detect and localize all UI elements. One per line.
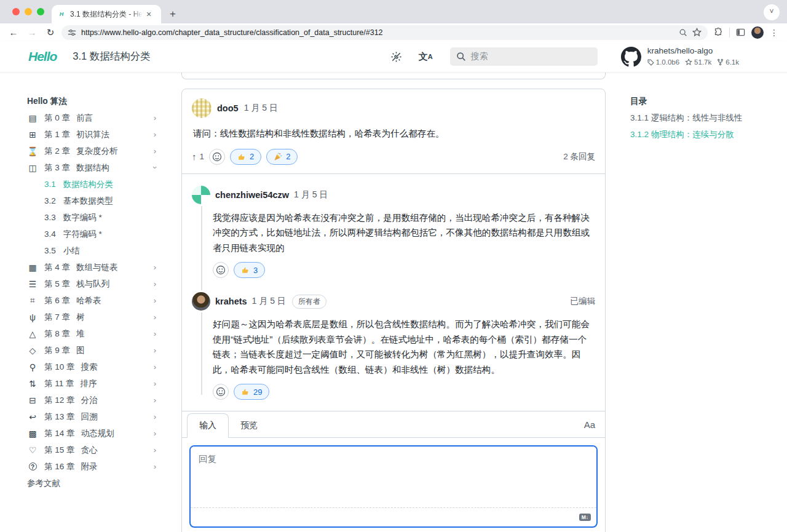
- toolbar-right: ⋮: [711, 26, 781, 39]
- site-settings-icon[interactable]: [68, 28, 76, 37]
- sidebar-item-chapter-13[interactable]: ↩ 第 13 章 回溯 ›: [27, 408, 156, 425]
- upvote-count: 1: [200, 152, 205, 161]
- sidebar-item-chapter-1[interactable]: ⊞ 第 1 章 初识算法 ›: [27, 126, 156, 143]
- sidebar-item-chapter-15[interactable]: ♡ 第 15 章 贪心 ›: [27, 442, 156, 458]
- avatar[interactable]: [192, 186, 210, 204]
- sidebar-item-3-5[interactable]: 3.5 小结: [27, 242, 156, 259]
- sidebar-item-chapter-3[interactable]: ◫ 第 3 章 数据结构 ›: [27, 159, 156, 176]
- reply-editor: M↓: [189, 445, 598, 528]
- repo-stars: 51.7k: [694, 58, 711, 66]
- chevron-right-icon: ›: [154, 130, 156, 139]
- sidebar-item-3-3[interactable]: 3.3 数字编码 *: [27, 209, 156, 226]
- sidebar-item-chapter-9[interactable]: ◇ 第 9 章 图 ›: [27, 342, 156, 359]
- hash-icon: ⌗: [27, 295, 38, 306]
- array-icon: ▦: [27, 263, 38, 272]
- text-format-button[interactable]: Aa: [584, 419, 595, 430]
- toc-item-3-1-2[interactable]: 3.1.2 物理结构：连续与分散: [630, 126, 775, 143]
- sidebar-item-chapter-11[interactable]: ⇅ 第 11 章 排序 ›: [27, 375, 156, 392]
- sidebar-item-3-4[interactable]: 3.4 字符编码 *: [27, 226, 156, 242]
- comment-author[interactable]: doo5: [217, 103, 239, 113]
- new-tab-button[interactable]: +: [170, 9, 176, 19]
- side-panel-icon[interactable]: [736, 28, 745, 37]
- calculator-icon: ⊞: [27, 130, 38, 140]
- graph-icon: ◇: [27, 346, 38, 355]
- sidebar-item-chapter-16[interactable]: ? 第 16 章 附录 ›: [27, 458, 156, 475]
- reaction-thumbs-up[interactable]: 3: [234, 262, 265, 278]
- comment-author[interactable]: krahets: [215, 296, 247, 306]
- address-bar[interactable]: https://www.hello-algo.com/chapter_data_…: [61, 25, 708, 40]
- chevron-right-icon: ›: [154, 379, 156, 388]
- reaction-thumbs-up[interactable]: 29: [234, 384, 269, 400]
- fork-icon: [717, 58, 724, 66]
- sidebar-site-title[interactable]: Hello 算法: [27, 93, 156, 109]
- avatar[interactable]: [192, 292, 210, 311]
- sidebar-item-chapter-4[interactable]: ▦ 第 4 章 数组与链表 ›: [27, 259, 156, 276]
- sidebar-item-chapter-14[interactable]: ▩ 第 14 章 动态规划 ›: [27, 425, 156, 442]
- site-logo[interactable]: Hello: [28, 49, 57, 64]
- language-switch-icon[interactable]: 文A: [419, 51, 433, 63]
- reload-button[interactable]: ↻: [43, 27, 58, 38]
- tab-write[interactable]: 输入: [187, 413, 229, 438]
- heart-icon: ♡: [27, 445, 38, 455]
- window-close-button[interactable]: [12, 8, 20, 15]
- repo-name: krahets/hello-algo: [647, 46, 739, 57]
- avatar[interactable]: [192, 98, 212, 118]
- sidebar-item-chapter-0[interactable]: ▤ 第 0 章 前言 ›: [27, 109, 156, 126]
- reply-textarea[interactable]: [191, 447, 596, 508]
- sidebar-item-chapter-8[interactable]: △ 第 8 章 堆 ›: [27, 325, 156, 342]
- tab-search-button[interactable]: ˅: [764, 4, 780, 20]
- bookmark-star-icon[interactable]: [692, 28, 702, 37]
- tab-close-icon[interactable]: ×: [146, 9, 151, 19]
- chevron-right-icon: ›: [154, 462, 156, 471]
- reply-comment: krahets 1 月 5 日 所有者 已编辑 好问题～这因为哈希表底层是数组，…: [182, 280, 605, 402]
- table-of-contents: 目录 3.1.1 逻辑结构：线性与非线性 3.1.2 物理结构：连续与分散: [630, 72, 787, 532]
- add-reaction-button[interactable]: [213, 262, 229, 278]
- tab-preview[interactable]: 预览: [229, 414, 269, 437]
- window-minimize-button[interactable]: [25, 8, 32, 15]
- sidebar-item-chapter-6[interactable]: ⌗ 第 6 章 哈希表 ›: [27, 292, 156, 309]
- heap-icon: △: [27, 329, 38, 339]
- profile-avatar[interactable]: [751, 26, 764, 39]
- search-input[interactable]: 搜索: [450, 47, 598, 66]
- chevron-right-icon: ›: [154, 429, 156, 438]
- add-reaction-button[interactable]: [209, 149, 225, 165]
- sidebar-item-references[interactable]: 参考文献: [27, 475, 156, 491]
- add-reaction-button[interactable]: [213, 384, 229, 400]
- tab-title: 3.1 数据结构分类 - Hello 算法: [70, 9, 143, 20]
- forward-button[interactable]: →: [25, 27, 39, 38]
- browser-toolbar: ← → ↻ https://www.hello-algo.com/chapter…: [0, 23, 787, 41]
- sidebar-item-chapter-10[interactable]: ⚲ 第 10 章 搜索 ›: [27, 359, 156, 375]
- markdown-icon[interactable]: M↓: [579, 514, 591, 522]
- window-zoom-button[interactable]: [37, 8, 44, 15]
- upvote-button[interactable]: ↑ 1: [192, 151, 204, 162]
- reaction-count: 2: [250, 152, 254, 161]
- sidebar-item-chapter-7[interactable]: ψ 第 7 章 树 ›: [27, 309, 156, 325]
- reaction-thumbs-up[interactable]: 2: [230, 149, 261, 165]
- site-header: Hello 3.1 数据结构分类 文A 搜索 krahets/hello-alg…: [0, 41, 787, 72]
- sidebar-item-3-1[interactable]: 3.1 数据结构分类: [27, 176, 156, 193]
- sidebar-item-chapter-12[interactable]: ⊟ 第 12 章 分治 ›: [27, 392, 156, 408]
- reply-comment: chenzhiwei54czw 1 月 5 日 我觉得应该是因为哈希表在没有冲突…: [182, 174, 605, 281]
- url-text[interactable]: https://www.hello-algo.com/chapter_data_…: [81, 28, 674, 37]
- browser-menu-icon[interactable]: ⋮: [770, 28, 778, 38]
- github-repo-link[interactable]: krahets/hello-algo 1.0.0b6 51.7k 6.1k: [621, 46, 739, 66]
- theme-toggle-icon[interactable]: [390, 51, 402, 63]
- book-icon: ▤: [27, 113, 38, 123]
- replies-count-label: 2 条回复: [563, 151, 595, 162]
- sidebar-item-3-2[interactable]: 3.2 基本数据类型: [27, 193, 156, 209]
- comment-thread-card: doo5 1 月 5 日 请问：线性数据结构和非线性数据结构，哈希表为什么都存在…: [181, 89, 606, 532]
- sidebar-item-chapter-2[interactable]: ⌛ 第 2 章 复杂度分析 ›: [27, 143, 156, 159]
- extensions-icon[interactable]: [714, 28, 723, 37]
- reaction-count: 2: [286, 152, 290, 161]
- zoom-page-icon[interactable]: [679, 28, 687, 37]
- browser-tab[interactable]: H 3.1 数据结构分类 - Hello 算法 ×: [52, 5, 161, 23]
- sidebar-item-chapter-5[interactable]: ☰ 第 5 章 栈与队列 ›: [27, 276, 156, 292]
- toc-item-3-1-1[interactable]: 3.1.1 逻辑结构：线性与非线性: [630, 109, 775, 126]
- back-button[interactable]: ←: [6, 27, 21, 38]
- tree-icon: ψ: [27, 312, 38, 322]
- reaction-party[interactable]: 2: [266, 149, 298, 165]
- comment-author[interactable]: chenzhiwei54czw: [215, 190, 289, 200]
- tag-icon: [647, 59, 654, 66]
- chevron-down-icon: ›: [150, 166, 159, 169]
- party-popper-icon: [274, 153, 282, 161]
